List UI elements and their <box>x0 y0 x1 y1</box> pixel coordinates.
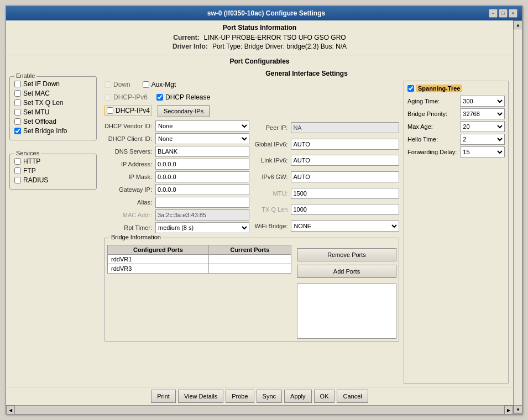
dhcp-client-id-select[interactable]: None <box>155 133 249 144</box>
rpt-timer-select[interactable]: medium (8 s) <box>155 222 249 233</box>
add-ports-button[interactable]: Add Ports <box>297 265 396 278</box>
scrollbar-right: ▲ ▼ <box>513 20 522 414</box>
forwarding-delay-select[interactable]: 15 <box>460 146 505 158</box>
apply-button[interactable]: Apply <box>284 390 312 403</box>
set-tx-q-len-checkbox[interactable] <box>14 99 21 106</box>
ok-button[interactable]: OK <box>314 390 335 403</box>
main-area: Enable Set IF Down Set MAC Set TX Q Len <box>6 66 513 387</box>
checkbox-radius[interactable]: RADIUS <box>14 176 92 184</box>
down-checkbox-item[interactable]: Down <box>104 81 130 88</box>
dhcp-ipv4-checkbox-item[interactable]: DHCP-IPv4 <box>104 106 152 116</box>
checkbox-set-if-down[interactable]: Set IF Down <box>14 80 92 88</box>
link-ipv6-input[interactable] <box>291 155 399 166</box>
checkbox-set-offload[interactable]: Set Offload <box>14 118 92 125</box>
checkbox-set-tx-q-len[interactable]: Set TX Q Len <box>14 99 92 107</box>
dhcp-vendor-id-select[interactable]: None <box>155 120 249 132</box>
wifi-bridge-select[interactable]: NONE BRIDGE1 BRIDGE2 <box>291 221 399 232</box>
set-if-down-checkbox[interactable] <box>14 81 21 87</box>
mac-addr-input <box>155 209 249 221</box>
current-port-1 <box>208 255 291 264</box>
aging-time-select[interactable]: 300 <box>460 96 505 107</box>
dns-servers-label: DNS Servers: <box>104 148 152 155</box>
mtu-label: MTU: <box>255 190 288 197</box>
forwarding-delay-label: Forwarding Delay: <box>407 149 457 155</box>
scroll-left-button[interactable]: ◀ <box>6 406 15 414</box>
checkbox-set-mac[interactable]: Set MAC <box>14 90 92 97</box>
http-label: HTTP <box>23 158 40 165</box>
global-ipv6-input[interactable] <box>291 139 399 150</box>
max-age-select[interactable]: 20 <box>460 121 505 132</box>
table-row[interactable]: rddVR1 <box>108 255 291 264</box>
dhcp-release-label: DHCP Release <box>165 93 210 101</box>
scroll-right-button[interactable]: ▶ <box>504 406 513 414</box>
ipv6-gw-input[interactable] <box>291 171 399 182</box>
scroll-up-button[interactable]: ▲ <box>514 20 522 29</box>
secondary-ips-button[interactable]: Secondary-IPs <box>158 105 210 117</box>
scrollbar-right-track <box>514 29 522 405</box>
view-details-button[interactable]: View Details <box>178 390 223 403</box>
hello-time-label: Hello Time: <box>407 136 457 143</box>
maximize-button[interactable]: □ <box>499 9 508 18</box>
table-row[interactable]: rddVR3 <box>108 264 291 274</box>
aux-mgt-checkbox[interactable] <box>143 81 149 88</box>
general-interface-settings: Down Aux-Mgt DHCP-IPv6 <box>104 81 509 384</box>
set-mac-label: Set MAC <box>23 90 50 97</box>
ftp-checkbox[interactable] <box>14 167 21 174</box>
set-bridge-info-checkbox[interactable] <box>14 128 21 134</box>
gateway-ip-label: Gateway IP: <box>104 186 152 193</box>
ip-mask-input[interactable] <box>155 171 249 182</box>
current-port-2 <box>208 264 291 274</box>
driver-value: Port Type: Bridge Driver: bridge(2.3) Bu… <box>212 43 347 50</box>
gateway-ip-input[interactable] <box>155 184 249 195</box>
set-mac-checkbox[interactable] <box>14 90 21 97</box>
hello-time-select[interactable]: 2 <box>460 134 505 145</box>
general-interface-title: General Interface Settings <box>104 70 509 77</box>
peer-ip-input <box>291 122 399 133</box>
current-label: Current: <box>173 34 199 41</box>
ip-mask-label: IP Mask: <box>104 174 152 180</box>
spanning-tree-header: Spanning-Tree <box>407 85 505 92</box>
services-group-title: Services <box>14 150 41 156</box>
alias-input[interactable] <box>155 197 249 208</box>
rpt-timer-row: medium (8 s) <box>155 222 249 233</box>
remove-ports-button[interactable]: Remove Ports <box>297 248 396 261</box>
left-panel: Enable Set IF Down Set MAC Set TX Q Len <box>6 66 100 387</box>
checkbox-set-mtu[interactable]: Set MTU <box>14 108 92 116</box>
checkbox-set-bridge-info[interactable]: Set Bridge Info <box>14 127 92 135</box>
dhcp-ipv6-label: DHCP-IPv6 <box>113 93 148 101</box>
scroll-down-button[interactable]: ▼ <box>514 405 522 414</box>
ip-address-input[interactable] <box>155 159 249 170</box>
bottom-toolbar: Print View Details Probe Sync Apply OK C… <box>6 387 513 405</box>
aux-mgt-checkbox-item[interactable]: Aux-Mgt <box>143 81 176 88</box>
two-column-settings: DHCP Vendor ID: None DHCP Client ID: Non… <box>104 120 399 233</box>
dhcp-ipv4-checkbox[interactable] <box>107 107 113 114</box>
cancel-button[interactable]: Cancel <box>337 390 368 403</box>
dhcp-release-checkbox[interactable] <box>156 94 163 101</box>
tx-q-len-input[interactable] <box>291 204 399 215</box>
set-mtu-checkbox[interactable] <box>14 109 21 116</box>
spanning-tree-checkbox[interactable] <box>407 85 414 92</box>
mac-addr-label: MAC Addr: <box>104 212 152 218</box>
probe-button[interactable]: Probe <box>226 390 254 403</box>
scrollbar-bottom-track <box>15 406 504 414</box>
mtu-input[interactable] <box>291 188 399 199</box>
ipv6-gw-label: IPv6 GW: <box>255 174 288 180</box>
dhcp-client-id-label: DHCP Client ID: <box>104 135 152 142</box>
print-button[interactable]: Print <box>151 390 176 403</box>
top-controls: Down Aux-Mgt <box>104 81 399 90</box>
dhcp-release-checkbox-item[interactable]: DHCP Release <box>156 93 210 101</box>
http-checkbox[interactable] <box>14 158 21 165</box>
aux-mgt-label: Aux-Mgt <box>151 81 176 88</box>
link-ipv6-label: Link IPv6: <box>255 157 288 164</box>
checkbox-ftp[interactable]: FTP <box>14 167 92 175</box>
set-offload-checkbox[interactable] <box>14 118 21 125</box>
bridge-info-title: Bridge Information <box>109 234 163 240</box>
bridge-priority-select[interactable]: 32768 <box>460 108 505 119</box>
radius-checkbox[interactable] <box>14 177 21 183</box>
tx-q-len-label: TX Q Len <box>255 206 288 213</box>
close-button[interactable]: × <box>509 9 517 18</box>
dns-servers-input[interactable] <box>155 146 249 157</box>
sync-button[interactable]: Sync <box>257 390 282 403</box>
checkbox-http[interactable]: HTTP <box>14 158 92 165</box>
minimize-button[interactable]: − <box>489 9 498 18</box>
